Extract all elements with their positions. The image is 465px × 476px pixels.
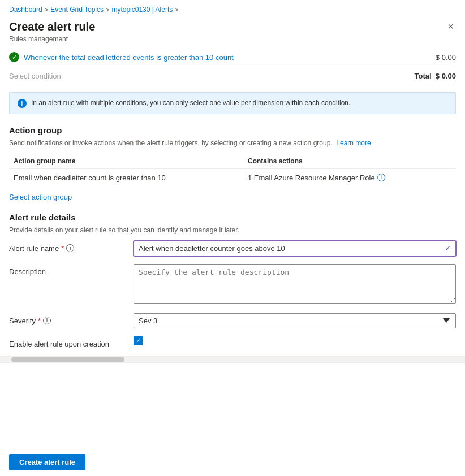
breadcrumb: Dashboard > Event Grid Topics > mytopic0… [0,0,465,17]
condition-check: ✓ Whenever the total dead lettered event… [9,52,234,62]
action-group-title: Action group [9,126,456,135]
breadcrumb-sep-2: > [106,6,109,13]
enable-on-creation-row: Enable alert rule upon creation ✓ [9,336,456,348]
name-checkmark-icon: ✓ [445,244,451,253]
ag-contains-cell: 1 Email Azure Resource Manager Role i [243,168,456,187]
learn-more-link[interactable]: Learn more [336,139,371,147]
table-row: Email when deadletter count is greater t… [9,168,456,187]
alert-name-control: ✓ [134,241,456,256]
select-action-group-link[interactable]: Select action group [9,193,72,201]
breadcrumb-alerts[interactable]: mytopic0130 | Alerts [111,6,173,14]
alert-name-input-wrapper: ✓ [134,241,456,256]
severity-row: Severity * i Sev 0 Sev 1 Sev 2 Sev 3 Sev… [9,313,456,328]
alert-details-title: Alert rule details [9,213,456,222]
severity-info-icon[interactable]: i [43,317,51,324]
severity-select[interactable]: Sev 0 Sev 1 Sev 2 Sev 3 Sev 4 [134,313,456,328]
col-contains-actions: Contains actions [243,154,456,169]
severity-control: Sev 0 Sev 1 Sev 2 Sev 3 Sev 4 [134,313,456,328]
enable-checkbox[interactable]: ✓ [134,336,143,345]
panel-header: Create alert rule Rules management × [0,17,465,43]
footer-bar: Create alert rule [0,448,465,476]
breadcrumb-dashboard[interactable]: Dashboard [9,6,42,14]
create-alert-rule-button[interactable]: Create alert rule [9,454,85,470]
action-group-desc: Send notifications or invoke actions whe… [9,139,456,148]
condition-total: Total $ 0.00 [415,72,456,80]
action-group-table: Action group name Contains actions Email… [9,154,456,187]
info-icon: i [18,99,27,108]
content-area: ✓ Whenever the total dead lettered event… [0,43,465,348]
alert-details-desc: Provide details on your alert rule so th… [9,226,456,235]
description-textarea[interactable] [134,264,456,304]
description-row: Description [9,264,456,305]
condition-text[interactable]: Whenever the total dead lettered events … [24,53,234,62]
breadcrumb-sep-3: > [175,6,178,13]
scrollbar-thumb[interactable] [11,357,124,362]
ag-contains-wrapper: 1 Email Azure Resource Manager Role i [248,174,451,182]
alert-name-row: Alert rule name * i ✓ [9,241,456,256]
check-icon: ✓ [9,52,19,62]
page-title: Create alert rule [9,19,95,34]
ag-info-icon[interactable]: i [377,174,385,181]
close-button[interactable]: × [445,19,456,34]
horizontal-scrollbar[interactable] [0,356,465,363]
condition-cost: $ 0.00 [436,53,456,62]
select-condition-row: Select condition Total $ 0.00 [9,67,456,85]
severity-label: Severity * i [9,313,134,325]
page-subtitle: Rules management [9,35,95,43]
action-group-section: Action group Send notifications or invok… [9,123,456,201]
enable-checkbox-row: ✓ [134,336,456,345]
enable-on-creation-label: Enable alert rule upon creation [9,336,134,348]
info-banner: i In an alert rule with multiple conditi… [9,92,456,114]
name-info-icon[interactable]: i [66,244,74,252]
ag-name-cell: Email when deadletter count is greater t… [9,168,243,187]
alert-details-section: Alert rule details Provide details on yo… [9,213,456,348]
description-control [134,264,456,305]
select-condition-placeholder[interactable]: Select condition [9,72,61,80]
description-label: Description [9,264,134,276]
info-text: In an alert rule with multiple condition… [31,98,350,108]
enable-on-creation-control: ✓ [134,336,456,345]
breadcrumb-sep-1: > [45,6,48,13]
severity-required-star: * [38,317,41,325]
condition-row: ✓ Whenever the total dead lettered event… [9,47,456,67]
alert-name-input[interactable] [134,241,456,256]
col-action-group-name: Action group name [9,154,243,169]
name-required-star: * [61,244,64,253]
alert-name-label: Alert rule name * i [9,241,134,253]
breadcrumb-event-grid[interactable]: Event Grid Topics [50,6,104,14]
